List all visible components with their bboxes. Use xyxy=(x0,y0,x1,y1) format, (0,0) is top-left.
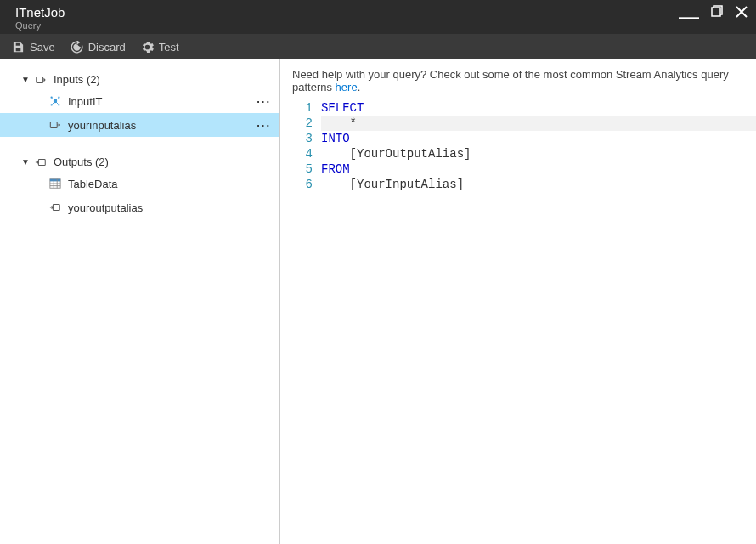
code-token: * xyxy=(350,116,357,130)
svg-line-7 xyxy=(53,99,55,101)
svg-rect-14 xyxy=(50,122,57,128)
tree-item-label: TableData xyxy=(68,178,118,190)
iot-hub-icon xyxy=(49,95,61,107)
tree-item-label: yourinputalias xyxy=(68,119,136,132)
line-number: 6 xyxy=(289,177,321,192)
help-link[interactable]: here xyxy=(336,81,358,94)
main: ▼ Inputs (2) InputIT ··· xyxy=(0,60,756,544)
input-alias-icon xyxy=(49,119,61,131)
editor-pane: Need help with your query? Check out som… xyxy=(280,60,756,544)
test-button[interactable]: Test xyxy=(141,41,179,54)
code-token: [YourOutputAlias] xyxy=(350,147,471,161)
discard-icon xyxy=(71,41,83,54)
tree-item-label: InputIT xyxy=(68,95,102,108)
svg-rect-4 xyxy=(37,76,43,82)
code-token: [YourInputAlias] xyxy=(350,178,464,191)
svg-point-10 xyxy=(50,104,52,105)
inputs-group-icon xyxy=(35,74,47,86)
line-number: 3 xyxy=(289,131,321,146)
input-item-inputit[interactable]: InputIT ··· xyxy=(0,89,279,113)
svg-point-12 xyxy=(58,104,59,105)
output-alias-icon xyxy=(49,201,61,213)
help-text: Need help with your query? Check out som… xyxy=(289,68,756,100)
help-suffix: . xyxy=(358,81,361,94)
svg-rect-22 xyxy=(53,205,59,211)
output-item-youroutputalias[interactable]: youroutputalias xyxy=(0,196,279,219)
toolbar: Save Discard Test xyxy=(0,34,756,60)
titlebar: ITnetJob Query — xyxy=(0,0,756,34)
restore-icon[interactable] xyxy=(711,5,724,20)
outputs-group-header[interactable]: ▼ Outputs (2) xyxy=(0,152,279,172)
table-icon xyxy=(49,178,61,190)
inputs-group-header[interactable]: ▼ Inputs (2) xyxy=(0,70,279,89)
text-cursor xyxy=(358,117,358,129)
more-icon[interactable]: ··· xyxy=(257,95,271,108)
code-editor[interactable]: 1SELECT 2 * 3INTO 4 [YourOutputAlias] 5F… xyxy=(289,100,756,192)
svg-line-9 xyxy=(56,99,59,101)
svg-line-13 xyxy=(56,102,59,105)
output-item-tabledata[interactable]: TableData xyxy=(0,172,279,196)
window-subtitle: Query xyxy=(15,20,65,31)
outputs-group-icon xyxy=(35,156,47,168)
minimize-icon[interactable]: — xyxy=(679,13,699,20)
save-button[interactable]: Save xyxy=(12,41,55,54)
svg-point-6 xyxy=(50,96,52,98)
close-icon[interactable] xyxy=(736,6,748,20)
line-number: 1 xyxy=(289,100,321,116)
svg-point-8 xyxy=(58,96,59,98)
save-icon xyxy=(12,41,25,54)
inputs-group-label: Inputs (2) xyxy=(54,73,100,86)
outputs-group-label: Outputs (2) xyxy=(54,156,109,168)
chevron-down-icon: ▼ xyxy=(21,157,30,167)
code-token: FROM xyxy=(321,162,350,176)
gear-icon xyxy=(141,41,154,54)
line-number: 4 xyxy=(289,146,321,162)
window-title: ITnetJob xyxy=(15,5,65,20)
line-number: 2 xyxy=(289,116,321,131)
discard-button[interactable]: Discard xyxy=(71,41,126,54)
sidebar: ▼ Inputs (2) InputIT ··· xyxy=(0,60,280,544)
code-token: SELECT xyxy=(321,101,364,115)
save-label: Save xyxy=(30,41,55,54)
tree-item-label: youroutputalias xyxy=(68,201,143,214)
test-label: Test xyxy=(159,41,179,54)
code-token: INTO xyxy=(321,132,350,145)
line-number: 5 xyxy=(289,162,321,177)
input-item-yourinputalias[interactable]: yourinputalias ··· xyxy=(0,113,279,137)
chevron-down-icon: ▼ xyxy=(21,75,30,84)
svg-rect-1 xyxy=(712,8,720,16)
svg-rect-17 xyxy=(50,179,60,182)
svg-rect-15 xyxy=(38,159,45,165)
more-icon[interactable]: ··· xyxy=(257,119,271,132)
discard-label: Discard xyxy=(88,41,126,54)
svg-line-11 xyxy=(53,102,55,105)
